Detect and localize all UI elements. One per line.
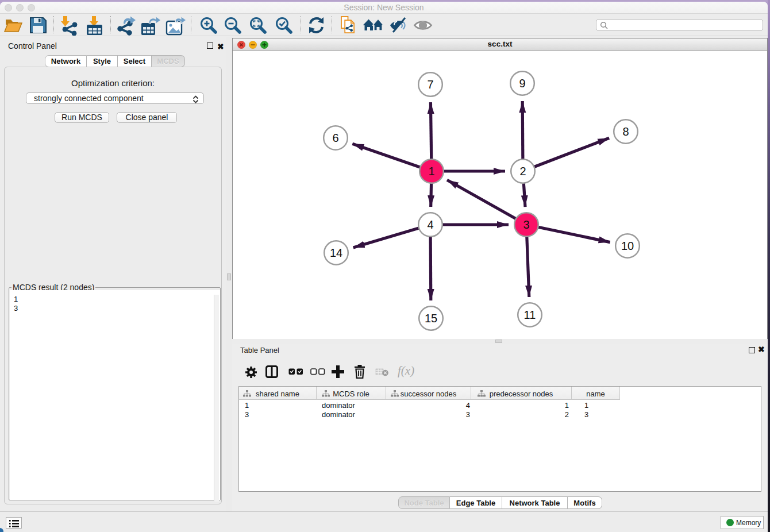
svg-text:14: 14 — [330, 246, 342, 259]
svg-text:11: 11 — [524, 309, 536, 321]
svg-text:2: 2 — [519, 165, 526, 178]
svg-text:15: 15 — [425, 312, 437, 325]
svg-text:9: 9 — [519, 77, 525, 90]
svg-text:8: 8 — [622, 125, 629, 138]
svg-text:7: 7 — [427, 78, 433, 91]
svg-text:10: 10 — [621, 240, 634, 252]
svg-text:4: 4 — [427, 218, 433, 231]
svg-text:1: 1 — [428, 165, 434, 178]
svg-text:3: 3 — [523, 218, 529, 231]
svg-text:6: 6 — [332, 132, 338, 144]
